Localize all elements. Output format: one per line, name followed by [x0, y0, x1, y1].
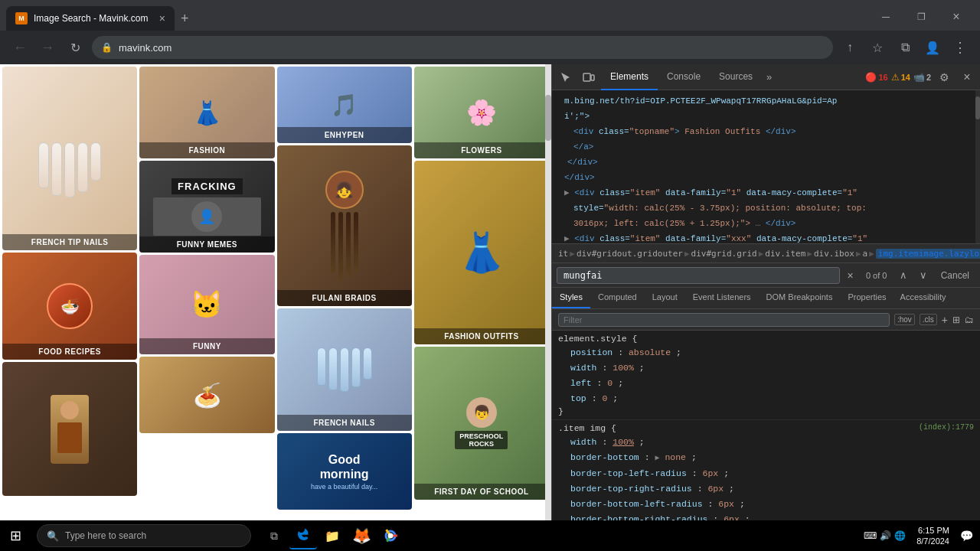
video-badge[interactable]: 📹 2	[913, 72, 931, 83]
url-bar[interactable]: 🔒 mavink.com	[92, 36, 833, 59]
css-property[interactable]: left : 0 ;	[558, 376, 974, 391]
list-item[interactable]: 🌸 Flowers	[414, 67, 549, 158]
find-next-button[interactable]: ∨	[915, 267, 932, 284]
tab-elements[interactable]: Elements	[601, 64, 658, 90]
css-property[interactable]: width : 100% ;	[558, 435, 974, 450]
add-style-icon[interactable]: +	[942, 314, 948, 326]
warning-badge[interactable]: ⚠ 14	[891, 72, 910, 83]
left-panel-scroll[interactable]	[545, 64, 551, 520]
breadcrumb-item[interactable]: img.itemimage.lazyloaded	[876, 249, 980, 259]
new-tab-button[interactable]: +	[175, 6, 195, 31]
taskbar-app-edge[interactable]	[289, 522, 317, 549]
breadcrumb-sep: ▶	[570, 249, 575, 259]
tab-close-icon[interactable]: ×	[159, 12, 165, 24]
keyboard-icon[interactable]: ⌨	[864, 530, 877, 541]
taskbar-app-firefox[interactable]: 🦊	[348, 522, 375, 549]
style-copy-icon[interactable]: 🗂	[965, 315, 974, 325]
network-icon[interactable]: 🌐	[894, 530, 906, 541]
tab-computed[interactable]: Computed	[590, 288, 645, 308]
tab-layout[interactable]: Layout	[645, 288, 685, 308]
tab-event-listeners[interactable]: Event Listeners	[685, 288, 759, 308]
list-item[interactable]: FRACKING 👤 Funny Memes	[139, 161, 274, 253]
breadcrumb-item[interactable]: div.ibox	[814, 249, 854, 259]
css-property[interactable]: border-top-right-radius : 6px ;	[558, 481, 974, 497]
css-property[interactable]: border-bottom-left-radius : 6px ;	[558, 497, 974, 512]
good-morning-subtitle: have a beautiful day...	[311, 483, 377, 491]
list-item[interactable]: 👧 Fulani Braids	[277, 145, 412, 306]
breadcrumb-sep: ▶	[759, 249, 764, 259]
breadcrumb-sep: ▶	[684, 249, 690, 259]
devtools-close-icon[interactable]: ×	[957, 67, 977, 87]
find-prev-button[interactable]: ∧	[895, 267, 912, 284]
menu-icon[interactable]: ⋮	[949, 37, 971, 58]
find-input[interactable]	[557, 267, 840, 284]
find-close-icon[interactable]: ×	[843, 268, 858, 283]
breadcrumb-item[interactable]: div#gridout.gridouter	[577, 249, 683, 259]
list-item[interactable]: 🎵 Enhypen	[277, 67, 412, 143]
taskbar-search[interactable]: 🔍 Type here to search	[37, 524, 251, 547]
find-cancel-button[interactable]: Cancel	[935, 269, 975, 282]
tab-console[interactable]: Console	[658, 64, 710, 90]
css-property[interactable]: top : 0 ;	[558, 391, 974, 406]
tab-accessibility[interactable]: Accessibility	[894, 288, 952, 308]
list-item[interactable]: 👗 Fashion	[139, 67, 274, 158]
forward-button[interactable]: →	[37, 37, 58, 58]
list-item[interactable]: Goodmorning have a beautiful day...	[277, 433, 412, 510]
list-item[interactable]: French Nails	[277, 308, 412, 431]
css-property[interactable]: border-bottom-right-radius : 6px ;	[558, 512, 974, 520]
tray-icons[interactable]: ⌨ 🔊 🌐	[859, 530, 910, 541]
devtools-settings-icon[interactable]: ⚙	[934, 67, 954, 87]
tab-styles[interactable]: Styles	[552, 288, 590, 308]
device-mode-icon[interactable]	[578, 67, 599, 88]
start-button[interactable]: ⊞	[0, 520, 31, 551]
bookmark-icon[interactable]: ☆	[867, 37, 888, 58]
maximize-button[interactable]: ❐	[903, 6, 939, 28]
back-button[interactable]: ←	[9, 37, 31, 58]
css-property[interactable]: border-bottom : ▶ none ;	[558, 450, 974, 466]
list-item[interactable]: 👦 PRESCHOOLROCKS First Day Of School	[414, 347, 549, 500]
devtools-tabs: Elements Console Sources »	[601, 64, 776, 90]
close-window-button[interactable]: ×	[939, 6, 974, 28]
share-icon[interactable]: ↑	[839, 37, 861, 58]
cursor-inspect-icon[interactable]	[555, 67, 577, 88]
list-item[interactable]: 🐱 Funny	[139, 255, 274, 354]
css-property[interactable]: border-top-left-radius : 6px ;	[558, 466, 974, 481]
list-item[interactable]: French Tip Nails	[2, 67, 137, 250]
grid-item-label: French Tip Nails	[2, 234, 137, 250]
taskbar-app-chrome[interactable]	[377, 522, 404, 549]
error-badge[interactable]: 🔴 16	[865, 72, 887, 83]
tab-dom-breakpoints[interactable]: DOM Breakpoints	[759, 288, 841, 308]
task-view-button[interactable]: ⧉	[260, 522, 288, 549]
css-property[interactable]: position : absolute ;	[558, 345, 974, 360]
grid-item-label: Fulani Braids	[277, 290, 412, 306]
taskbar-app-explorer[interactable]: 📁	[318, 522, 346, 549]
profile-icon[interactable]: 👤	[922, 37, 943, 58]
minimize-button[interactable]: ─	[868, 6, 903, 28]
filter-input[interactable]	[558, 313, 890, 327]
breadcrumb-item[interactable]: div.item	[765, 249, 805, 259]
breadcrumb-item[interactable]: it	[558, 249, 568, 259]
grid-item-label: Fashion Outfits	[414, 328, 549, 344]
css-property[interactable]: width : 100% ;	[558, 360, 974, 376]
tab-sources[interactable]: Sources	[710, 64, 762, 90]
more-tabs-icon[interactable]: »	[762, 68, 776, 86]
address-bar: ← → ↻ 🔒 mavink.com ↑ ☆ ⧉ 👤 ⋮	[0, 31, 980, 64]
new-style-rule-icon[interactable]: ⊞	[952, 315, 960, 325]
browser-window: M Image Search - Mavink.com × + ─ ❐ × ← …	[0, 0, 980, 551]
class-filter-icon[interactable]: .cls	[920, 314, 937, 325]
tab-title: Image Search - Mavink.com	[34, 13, 153, 24]
list-item[interactable]: 👗 Fashion Outfits	[414, 161, 549, 344]
list-item[interactable]	[2, 362, 137, 496]
tab-properties[interactable]: Properties	[840, 288, 893, 308]
list-item[interactable]: 🍜 Food Recipes	[2, 253, 137, 360]
list-item[interactable]: 🍝	[139, 357, 274, 433]
browser-tab[interactable]: M Image Search - Mavink.com ×	[6, 6, 175, 31]
clock[interactable]: 6:15 PM 8/7/2024	[912, 525, 954, 547]
refresh-button[interactable]: ↻	[64, 37, 86, 58]
breadcrumb-item[interactable]: div#grid.grid	[691, 249, 757, 259]
pseudo-class-filter[interactable]: :hov	[894, 314, 915, 325]
breadcrumb-item[interactable]: a	[863, 249, 868, 259]
notification-center[interactable]: 💬	[956, 525, 977, 546]
extensions-icon[interactable]: ⧉	[894, 37, 916, 58]
volume-icon[interactable]: 🔊	[880, 530, 891, 541]
